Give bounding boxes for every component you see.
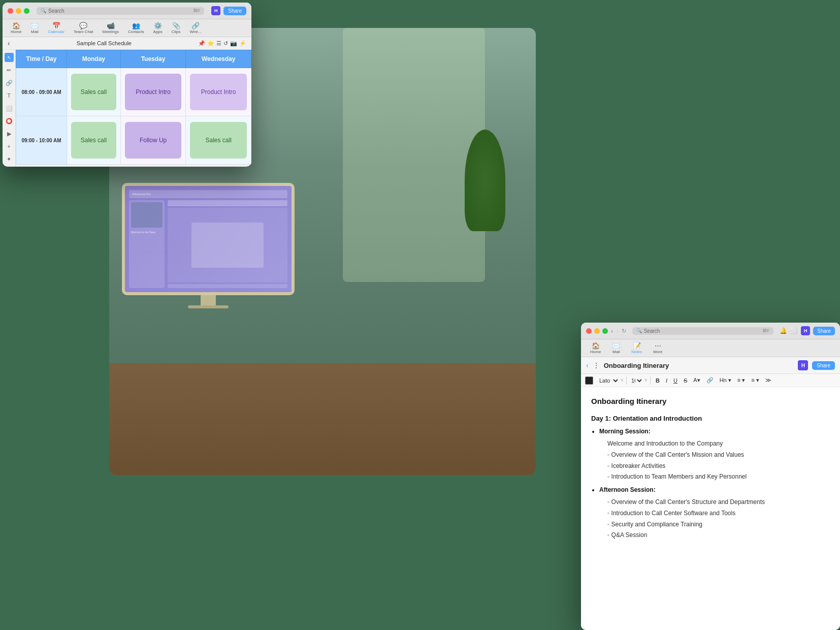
time-cell-1: 08:00 - 09:00 AM <box>16 68 67 116</box>
bullet-morning: Morning Session: <box>599 427 830 437</box>
search-bar[interactable]: 🔍 Search ⌘F <box>37 7 204 15</box>
notes-search-shortcut: ⌘F <box>762 328 770 333</box>
search-shortcut: ⌘F <box>193 8 201 13</box>
notes-close-button[interactable] <box>586 328 592 334</box>
notes-minimize-button[interactable] <box>594 328 600 334</box>
notes-back-button[interactable]: ‹ <box>586 361 589 369</box>
desk-monitor: Advanced Pol Welcome to the Team <box>122 183 295 315</box>
color-swatch[interactable] <box>585 376 593 385</box>
notes-nav-mail[interactable]: ✉️ Mail <box>607 341 625 355</box>
fmt-strikethrough[interactable]: S <box>681 376 690 385</box>
event-sales-call-2[interactable]: Sales call <box>71 122 116 159</box>
minimize-button[interactable] <box>16 8 21 14</box>
fmt-more[interactable]: ≫ <box>763 376 774 385</box>
cal-cell-wed-2[interactable]: Sales call <box>186 116 251 165</box>
toolbar-icon-4[interactable]: ↺ <box>223 40 228 47</box>
nav-item-meetings[interactable]: 📹 Meetings <box>99 21 123 35</box>
traffic-lights <box>8 8 29 14</box>
notes-nav-home[interactable]: 🏠 Home <box>585 341 606 355</box>
notes-app-nav: 🏠 Home ✉️ Mail 📝 Notes ⋯ More <box>581 339 840 357</box>
maximize-button[interactable] <box>24 8 29 14</box>
doc-toolbar: ‹ Sample Call Schedule 📌 ⭐ ☰ ↺ 📷 ⚡ <box>3 37 251 50</box>
tool-text[interactable]: T <box>5 91 14 100</box>
tool-star[interactable]: ✦ <box>5 154 14 164</box>
notes-share-doc-button[interactable]: Share <box>812 361 835 370</box>
event-product-intro-wed[interactable]: Product Intro <box>190 74 247 110</box>
notes-main-title: Onboarding Itinerary <box>591 395 830 408</box>
fmt-list[interactable]: ≡ ▾ <box>749 376 761 385</box>
fmt-heading[interactable]: Hn ▾ <box>717 376 734 385</box>
notes-formatting-bar: Lato ▾ 16 ▾ B I U S A▾ 🔗 Hn ▾ ≡ ▾ ≡ ▾ ≫ <box>581 374 840 387</box>
monitor-welcome: Welcome to the Team <box>129 230 165 235</box>
cal-cell-tue-1[interactable]: Product Intro <box>120 68 186 116</box>
notes-morning-session: Morning Session: <box>599 427 830 437</box>
event-sales-call-3[interactable]: Sales call <box>190 122 247 159</box>
cal-cell-tue-2[interactable]: Follow Up <box>120 116 186 165</box>
notes-refresh[interactable]: ↻ <box>622 328 626 334</box>
toolbar-icon-5[interactable]: 📷 <box>230 40 237 47</box>
fmt-bold[interactable]: B <box>653 376 662 385</box>
search-text: Search <box>48 8 64 14</box>
nav-item-calendar[interactable]: 📅 Calendar <box>44 21 68 35</box>
nav-item-apps[interactable]: ⚙️ Apps <box>149 21 167 35</box>
font-selector[interactable]: Lato <box>596 376 620 385</box>
nav-item-wire[interactable]: 🔗 Wire... <box>186 21 206 35</box>
notes-bell-icon[interactable]: 🔔 <box>780 327 787 334</box>
font-size-selector[interactable]: 16 <box>629 377 643 384</box>
cal-cell-mon-2[interactable]: Sales call <box>67 116 121 165</box>
cal-cell-mon-1[interactable]: Sales call <box>67 68 121 116</box>
fmt-underline[interactable]: U <box>671 376 680 385</box>
notes-traffic-lights <box>586 328 608 334</box>
event-sales-call-1[interactable]: Sales call <box>71 74 116 110</box>
toolbar-icon-3[interactable]: ☰ <box>216 40 221 47</box>
close-button[interactable] <box>8 8 13 14</box>
share-button[interactable]: Share <box>223 7 246 15</box>
table-row: 09:00 - 10:00 AM Sales call Follow Up Sa… <box>16 116 251 165</box>
toolbar-icon-6[interactable]: ⚡ <box>239 40 246 47</box>
cal-cell-wed-1[interactable]: Product Intro <box>186 68 251 116</box>
nav-item-clips[interactable]: 📎 Clips <box>168 21 185 35</box>
table-row: 08:00 - 09:00 AM Sales call Product Intr… <box>16 68 251 116</box>
notes-sidebar-icon[interactable]: ⬜ <box>790 327 798 334</box>
toolbar-icon-1[interactable]: 📌 <box>198 40 205 47</box>
tool-shape[interactable]: ⬜ <box>5 104 14 113</box>
left-toolbar: ↖ ✏ 🔗 T ⬜ ⭕ ▶ + ✦ <box>3 50 16 167</box>
calendar-titlebar: 🔍 Search ⌘F H Share <box>3 3 251 19</box>
calendar-table: Time / Day Monday Tuesday Wednesday 08:0… <box>16 50 251 165</box>
event-follow-up[interactable]: Follow Up <box>125 122 182 159</box>
fmt-link[interactable]: 🔗 <box>704 376 716 385</box>
fmt-align[interactable]: ≡ ▾ <box>735 376 748 385</box>
fmt-italic[interactable]: I <box>663 376 670 385</box>
notes-nav-notes[interactable]: 📝 Notes <box>626 341 647 355</box>
notes-nav-more[interactable]: ⋯ More <box>648 341 667 355</box>
fmt-highlight[interactable]: A▾ <box>691 376 702 385</box>
time-cell-2: 09:00 - 10:00 AM <box>16 116 67 165</box>
notes-search-text: Search <box>644 328 660 334</box>
nav-item-teamchat[interactable]: 💬 Team Chat <box>70 21 98 35</box>
toolbar-icon-2[interactable]: ⭐ <box>207 40 214 47</box>
tool-circle[interactable]: ⭕ <box>5 116 14 125</box>
notes-maximize-button[interactable] <box>602 328 608 334</box>
list-item: ◦ Icebreaker Activities <box>607 461 830 471</box>
notes-menu-button[interactable]: ⋮ <box>593 361 600 369</box>
notes-h-badge-doc: H <box>798 360 808 370</box>
notes-search-bar[interactable]: 🔍 Search ⌘F <box>632 327 774 335</box>
notes-search-icon: 🔍 <box>636 328 642 333</box>
tool-add[interactable]: + <box>5 142 14 151</box>
event-product-intro-tue[interactable]: Product Intro <box>125 74 182 110</box>
tool-play[interactable]: ▶ <box>5 129 14 138</box>
tool-cursor[interactable]: ↖ <box>5 53 14 62</box>
notes-share-button[interactable]: Share <box>813 327 835 335</box>
tool-pen[interactable]: ✏ <box>5 66 14 75</box>
header-monday: Monday <box>67 50 121 68</box>
tool-link[interactable]: 🔗 <box>5 78 14 87</box>
nav-item-contacts[interactable]: 👥 Contacts <box>124 21 148 35</box>
nav-item-home[interactable]: 🏠 Home <box>7 21 25 35</box>
notes-nav-forward[interactable]: › <box>616 327 618 335</box>
notes-nav-back[interactable]: ‹ <box>611 327 613 335</box>
back-button[interactable]: ‹ <box>8 39 10 47</box>
nav-item-mail[interactable]: ✉️ Mail <box>26 21 43 35</box>
notes-doc-bar: ‹ ⋮ Onboarding Itinerary H Share <box>581 357 840 374</box>
bullet-afternoon: Afternoon Session: <box>599 485 830 495</box>
notes-day1-heading: Day 1: Orientation and Introduction <box>591 413 830 424</box>
